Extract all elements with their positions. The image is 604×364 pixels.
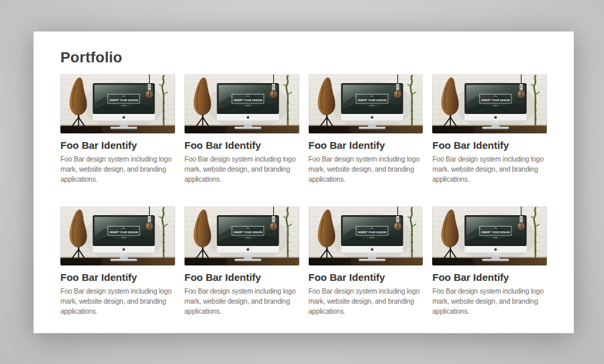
screen-caption-line: [369, 105, 374, 106]
imac-chin: [217, 246, 279, 253]
desk: [432, 125, 547, 134]
project-thumbnail: INSERT YOUR DESIGN: [185, 206, 299, 265]
project-thumbnail: INSERT YOUR DESIGN: [432, 74, 547, 133]
project-thumbnail: INSERT YOUR DESIGN: [60, 206, 175, 265]
project-description: Foo Bar design system including logo mar…: [432, 286, 547, 316]
screen-caption-line: [493, 105, 498, 106]
project-title: Foo Bar Identify: [60, 139, 175, 151]
screen-overlay-text: INSERT YOUR DESIGN: [234, 99, 262, 102]
project-thumbnail: INSERT YOUR DESIGN: [185, 74, 299, 133]
apple-logo-icon: [123, 248, 125, 251]
screen-overlay-text: INSERT YOUR DESIGN: [234, 231, 262, 234]
portfolio-item[interactable]: INSERT YOUR DESIGN: [432, 206, 547, 316]
imac-chin: [217, 114, 279, 121]
desktop-background: { "colors": { "page_background": "#c9c9c…: [0, 0, 604, 364]
screen-caption-line: [246, 237, 250, 238]
imac-chin: [464, 114, 526, 121]
portfolio-grid: INSERT YOUR DESIGN: [60, 74, 547, 316]
portfolio-item[interactable]: INSERT YOUR DESIGN: [432, 74, 547, 184]
desk: [309, 257, 423, 266]
imac-chin: [93, 246, 154, 253]
project-description: Foo Bar design system including logo mar…: [432, 154, 547, 184]
project-title: Foo Bar Identify: [185, 271, 299, 283]
project-title: Foo Bar Identify: [309, 139, 423, 151]
imac-screen: INSERT YOUR DESIGN: [342, 217, 401, 245]
apple-logo-icon: [495, 248, 497, 251]
project-title: Foo Bar Identify: [432, 139, 547, 151]
desk: [185, 257, 299, 266]
screen-overlay-text: INSERT YOUR DESIGN: [481, 231, 510, 234]
desk: [60, 257, 175, 266]
apple-logo-icon: [246, 248, 249, 251]
portfolio-item[interactable]: INSERT YOUR DESIGN: [185, 206, 299, 316]
imac-screen: INSERT YOUR DESIGN: [342, 85, 401, 113]
project-thumbnail: INSERT YOUR DESIGN: [309, 206, 423, 265]
project-description: Foo Bar design system including logo mar…: [185, 154, 299, 184]
apple-logo-icon: [123, 116, 125, 119]
screen-caption-line: [369, 237, 374, 238]
apple-logo-icon: [370, 248, 373, 251]
imac-screen: INSERT YOUR DESIGN: [218, 85, 276, 113]
project-description: Foo Bar design system including logo mar…: [185, 286, 299, 316]
desk: [432, 257, 547, 266]
imac-chin: [93, 114, 154, 121]
project-title: Foo Bar Identify: [309, 271, 423, 283]
imac-chin: [341, 246, 403, 253]
content-card: Portfolio: [34, 32, 574, 333]
screen-caption-line: [121, 237, 126, 238]
project-title: Foo Bar Identify: [432, 271, 547, 283]
desk: [185, 125, 299, 134]
imac-screen: INSERT YOUR DESIGN: [95, 217, 153, 245]
screen-caption-line: [121, 105, 126, 106]
screen-caption-line: [493, 237, 498, 238]
imac-screen: INSERT YOUR DESIGN: [218, 217, 276, 245]
page-title: Portfolio: [60, 49, 547, 66]
imac-chin: [464, 246, 526, 253]
project-description: Foo Bar design system including logo mar…: [309, 154, 423, 184]
project-title: Foo Bar Identify: [60, 271, 175, 283]
imac-screen: INSERT YOUR DESIGN: [95, 85, 153, 113]
portfolio-item[interactable]: INSERT YOUR DESIGN: [309, 74, 423, 184]
portfolio-item[interactable]: INSERT YOUR DESIGN: [309, 206, 423, 316]
apple-logo-icon: [246, 116, 249, 119]
project-description: Foo Bar design system including logo mar…: [60, 286, 175, 316]
screen-caption-line: [246, 105, 250, 106]
project-title: Foo Bar Identify: [185, 139, 299, 151]
imac-screen: INSERT YOUR DESIGN: [466, 85, 525, 113]
project-thumbnail: INSERT YOUR DESIGN: [60, 74, 175, 133]
project-description: Foo Bar design system including logo mar…: [60, 154, 175, 184]
portfolio-item[interactable]: INSERT YOUR DESIGN: [60, 74, 175, 184]
imac-screen: INSERT YOUR DESIGN: [466, 217, 525, 245]
desk: [309, 125, 423, 134]
apple-logo-icon: [495, 116, 497, 119]
project-thumbnail: INSERT YOUR DESIGN: [309, 74, 423, 133]
screen-overlay-text: INSERT YOUR DESIGN: [357, 99, 386, 102]
screen-overlay-text: INSERT YOUR DESIGN: [109, 99, 138, 102]
screen-overlay-text: INSERT YOUR DESIGN: [109, 231, 138, 234]
imac-chin: [341, 114, 403, 121]
apple-logo-icon: [370, 116, 373, 119]
portfolio-item[interactable]: INSERT YOUR DESIGN: [60, 206, 175, 316]
screen-overlay-text: INSERT YOUR DESIGN: [357, 231, 386, 234]
desk: [60, 125, 175, 134]
project-description: Foo Bar design system including logo mar…: [309, 286, 423, 316]
screen-overlay-text: INSERT YOUR DESIGN: [481, 99, 510, 102]
portfolio-item[interactable]: INSERT YOUR DESIGN: [185, 74, 299, 184]
project-thumbnail: INSERT YOUR DESIGN: [432, 206, 547, 265]
